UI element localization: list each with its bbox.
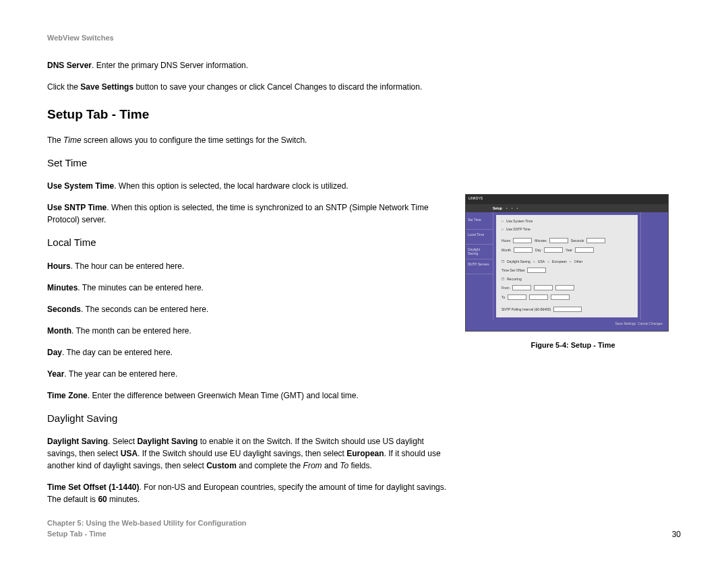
save-paragraph: Click the Save Settings button to save y… [47,81,452,93]
local-time-year: Year. The year can be entered here. [47,368,452,380]
local-time-seconds: Seconds. The seconds can be entered here… [47,303,452,315]
local-time-timezone: Time Zone. Enter the difference between … [47,389,452,402]
footer-section: Setup Tab - Time [47,529,247,539]
figure-footer: Save Settings Cancel Changes [466,320,668,331]
footer-chapter: Chapter 5: Using the Web-based Utility f… [47,518,247,528]
subheading-set-time: Set Time [47,156,452,171]
figure-caption: Figure 5-4: Setup - Time [465,341,681,349]
main-text-column: DNS Server. Enter the primary DNS Server… [47,59,452,515]
figure-right-panel [640,212,668,320]
page-header: WebView Switches [47,34,681,42]
figure-column: LINKSYS Setup ••• Set Time Local Time Da… [452,59,681,349]
figure-setup-time: LINKSYS Setup ••• Set Time Local Time Da… [465,194,669,332]
use-system-time: Use System Time. When this option is sel… [47,180,452,192]
figure-sidebar: Set Time Local Time Daylight Saving SNTP… [466,212,493,320]
subheading-daylight-saving: Daylight Saving [47,411,452,427]
figure-tabs: Setup ••• [466,204,668,212]
daylight-saving-paragraph: Daylight Saving. Select Daylight Saving … [47,435,452,472]
local-time-day: Day. The day can be entered here. [47,346,452,358]
section-intro: The Time screen allows you to configure … [47,134,452,146]
time-set-offset-paragraph: Time Set Offset (1-1440). For non-US and… [47,481,452,505]
section-heading-setup-time: Setup Tab - Time [47,105,452,125]
local-time-month: Month. The month can be entered here. [47,325,452,337]
figure-titlebar: LINKSYS [466,195,668,204]
dns-paragraph: DNS Server. Enter the primary DNS Server… [47,59,452,71]
use-sntp-time: Use SNTP Time. When this option is selec… [47,201,452,226]
figure-main-panel: ○Use System Time ○Use SNTP Time Hours Mi… [496,215,638,317]
page-number: 30 [672,530,681,539]
dns-label: DNS Server [47,61,92,70]
page-footer: Chapter 5: Using the Web-based Utility f… [47,518,681,539]
subheading-local-time: Local Time [47,235,452,251]
local-time-minutes: Minutes. The minutes can be entered here… [47,282,452,294]
local-time-hours: Hours. The hour can be entered here. [47,260,452,272]
